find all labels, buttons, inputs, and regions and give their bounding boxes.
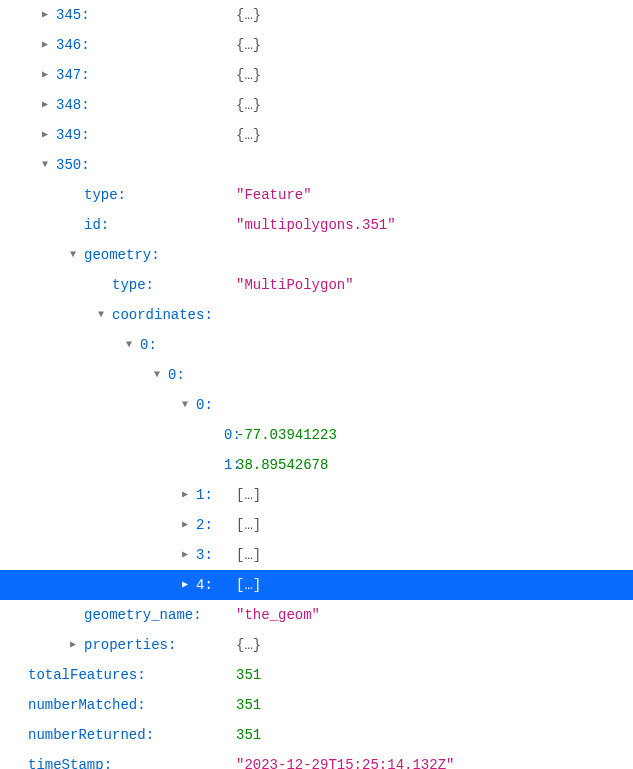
key-area: geometry_name: [0, 600, 236, 630]
property-value: 351 [236, 720, 261, 750]
tree-row[interactable]: ▼0: [0, 330, 633, 360]
tree-row[interactable]: ▶properties:{…} [0, 630, 633, 660]
property-value: "2023-12-29T15:25:14.132Z" [236, 750, 454, 769]
property-key: 1 [196, 480, 204, 510]
chevron-right-icon[interactable]: ▶ [66, 630, 80, 660]
chevron-right-icon[interactable]: ▶ [38, 90, 52, 120]
property-key: 4 [196, 570, 204, 600]
tree-row[interactable]: type:"Feature" [0, 180, 633, 210]
key-area: 1: [0, 450, 236, 480]
colon: : [101, 210, 109, 240]
property-value: "Feature" [236, 180, 312, 210]
tree-row[interactable]: ▼0: [0, 360, 633, 390]
tree-row[interactable]: id:"multipolygons.351" [0, 210, 633, 240]
colon: : [168, 630, 176, 660]
colon: : [204, 300, 212, 330]
tree-row[interactable]: geometry_name:"the_geom" [0, 600, 633, 630]
property-key: totalFeatures [28, 660, 137, 690]
colon: : [204, 540, 212, 570]
key-area: ▶349: [0, 120, 236, 150]
colon: : [148, 330, 156, 360]
chevron-down-icon[interactable]: ▼ [94, 300, 108, 330]
property-value: 351 [236, 690, 261, 720]
tree-row[interactable]: ▶2:[…] [0, 510, 633, 540]
colon: : [146, 270, 154, 300]
property-key: 0 [140, 330, 148, 360]
chevron-right-icon[interactable]: ▶ [178, 570, 192, 600]
property-key: numberReturned [28, 720, 146, 750]
tree-row[interactable]: 0:-77.03941223 [0, 420, 633, 450]
chevron-down-icon[interactable]: ▼ [66, 240, 80, 270]
tree-row[interactable]: type:"MultiPolygon" [0, 270, 633, 300]
tree-row[interactable]: ▶1:[…] [0, 480, 633, 510]
chevron-right-icon[interactable]: ▶ [38, 60, 52, 90]
tree-row[interactable]: ▼0: [0, 390, 633, 420]
property-key: geometry [84, 240, 151, 270]
colon: : [81, 0, 89, 30]
property-key: 347 [56, 60, 81, 90]
chevron-right-icon[interactable]: ▶ [38, 120, 52, 150]
colon: : [193, 600, 201, 630]
property-value: "the_geom" [236, 600, 320, 630]
key-area: numberMatched: [0, 690, 236, 720]
tree-row[interactable]: numberMatched:351 [0, 690, 633, 720]
property-key: id [84, 210, 101, 240]
key-area: type: [0, 180, 236, 210]
tree-row[interactable]: ▼350: [0, 150, 633, 180]
chevron-right-icon[interactable]: ▶ [178, 510, 192, 540]
property-key: 345 [56, 0, 81, 30]
property-key: timeStamp [28, 750, 104, 769]
property-value: {…} [236, 0, 261, 30]
colon: : [204, 480, 212, 510]
colon: : [204, 390, 212, 420]
colon: : [81, 150, 89, 180]
tree-row[interactable]: ▶349:{…} [0, 120, 633, 150]
property-value: "MultiPolygon" [236, 270, 354, 300]
property-value: {…} [236, 30, 261, 60]
chevron-down-icon[interactable]: ▼ [122, 330, 136, 360]
tree-row[interactable]: ▶347:{…} [0, 60, 633, 90]
property-key: type [112, 270, 146, 300]
tree-row[interactable]: ▼coordinates: [0, 300, 633, 330]
colon: : [118, 180, 126, 210]
key-area: ▶1: [0, 480, 236, 510]
key-area: 0: [0, 420, 236, 450]
property-value: {…} [236, 630, 261, 660]
key-area: ▶346: [0, 30, 236, 60]
key-area: ▶properties: [0, 630, 236, 660]
property-key: 350 [56, 150, 81, 180]
tree-row[interactable]: timeStamp:"2023-12-29T15:25:14.132Z" [0, 750, 633, 769]
tree-row[interactable]: ▶348:{…} [0, 90, 633, 120]
tree-row[interactable]: totalFeatures:351 [0, 660, 633, 690]
chevron-right-icon[interactable]: ▶ [38, 0, 52, 30]
key-area: ▼0: [0, 330, 236, 360]
colon: : [151, 240, 159, 270]
property-key: 3 [196, 540, 204, 570]
tree-row[interactable]: ▶346:{…} [0, 30, 633, 60]
tree-row[interactable]: numberReturned:351 [0, 720, 633, 750]
property-key: 348 [56, 90, 81, 120]
key-area: id: [0, 210, 236, 240]
chevron-down-icon[interactable]: ▼ [150, 360, 164, 390]
property-key: properties [84, 630, 168, 660]
tree-row[interactable]: ▶3:[…] [0, 540, 633, 570]
colon: : [204, 510, 212, 540]
chevron-right-icon[interactable]: ▶ [178, 480, 192, 510]
chevron-right-icon[interactable]: ▶ [178, 540, 192, 570]
property-value: 351 [236, 660, 261, 690]
property-key: 0 [168, 360, 176, 390]
key-area: ▼350: [0, 150, 236, 180]
chevron-down-icon[interactable]: ▼ [178, 390, 192, 420]
tree-row[interactable]: 1:38.89542678 [0, 450, 633, 480]
tree-row[interactable]: ▶4:[…] [0, 570, 633, 600]
tree-row[interactable]: ▶345:{…} [0, 0, 633, 30]
key-area: ▼0: [0, 390, 236, 420]
property-key: 2 [196, 510, 204, 540]
key-area: ▶4: [0, 570, 236, 600]
property-key: 0 [196, 390, 204, 420]
property-key: type [84, 180, 118, 210]
tree-row[interactable]: ▼geometry: [0, 240, 633, 270]
property-value: […] [236, 510, 261, 540]
chevron-down-icon[interactable]: ▼ [38, 150, 52, 180]
chevron-right-icon[interactable]: ▶ [38, 30, 52, 60]
